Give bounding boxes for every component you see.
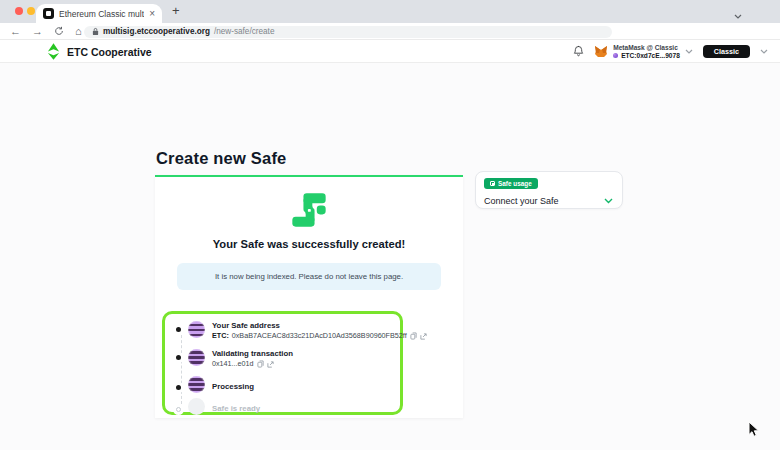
safe-address-identicon bbox=[188, 321, 205, 338]
connect-chevron-down-icon bbox=[604, 198, 613, 204]
step-safe-ready: Safe is ready bbox=[176, 398, 260, 415]
app-header: ETC Cooperative MetaMask @ Classic ETC:0… bbox=[0, 40, 780, 63]
indexing-info-text: It is now being indexed. Please do not l… bbox=[215, 272, 403, 281]
step-title: Processing bbox=[212, 383, 254, 391]
connect-your-safe-dropdown[interactable]: Connect your Safe bbox=[484, 196, 613, 206]
mouse-cursor bbox=[748, 421, 760, 438]
external-link-icon[interactable] bbox=[420, 333, 427, 340]
safe-usage-badge[interactable]: Safe usage bbox=[484, 178, 538, 189]
browser-toolbar: ← → ⌂ multisig.etccooperative.org/new-sa… bbox=[0, 23, 780, 40]
wallet-chevron-down-icon bbox=[685, 49, 693, 55]
safe-address-value: 0xBaB7ACEAC8d33c21DAcD10Ad3568B90960FB52… bbox=[232, 332, 407, 340]
address-bar[interactable]: multisig.etccooperative.org/new-safe/cre… bbox=[84, 26, 612, 38]
reload-button[interactable] bbox=[54, 26, 64, 36]
creation-steps-panel: Your Safe address ETC:0xBaB7ACEAC8d33c21… bbox=[162, 311, 403, 415]
transaction-hash-value: 0x141...e01d bbox=[212, 360, 254, 368]
connect-safe-widget: Safe usage Connect your Safe bbox=[475, 171, 623, 209]
step-title: Validating transaction bbox=[212, 350, 293, 358]
lock-icon bbox=[92, 27, 99, 36]
account-identicon bbox=[613, 53, 618, 58]
pending-identicon bbox=[188, 398, 205, 415]
copy-icon[interactable] bbox=[257, 360, 264, 368]
brand-name: ETC Cooperative bbox=[67, 46, 152, 58]
wallet-provider-label: MetaMask @ Classic bbox=[613, 44, 680, 52]
url-domain: multisig.etccooperative.org bbox=[103, 27, 210, 36]
tab-title: Ethereum Classic multisig – C… bbox=[59, 9, 144, 19]
safe-usage-icon bbox=[490, 181, 495, 186]
connect-label: Connect your Safe bbox=[484, 196, 559, 206]
home-button[interactable]: ⌂ bbox=[75, 26, 82, 37]
notifications-bell-icon[interactable] bbox=[573, 43, 584, 61]
browser-tab[interactable]: Ethereum Classic multisig – C… × bbox=[36, 4, 162, 23]
forward-button[interactable]: → bbox=[32, 26, 43, 37]
new-tab-button[interactable]: + bbox=[172, 4, 180, 17]
browser-tabstrip: Ethereum Classic multisig – C… × + bbox=[0, 0, 780, 23]
minimize-window-button[interactable] bbox=[27, 7, 35, 15]
wallet-chip[interactable]: MetaMask @ Classic ETC:0xd7cE...9078 bbox=[594, 44, 693, 60]
step-done-dot bbox=[176, 355, 181, 360]
success-message: Your Safe was successfully created! bbox=[155, 238, 463, 250]
back-button[interactable]: ← bbox=[10, 26, 21, 37]
processing-identicon bbox=[188, 376, 205, 393]
step-safe-address: Your Safe address ETC:0xBaB7ACEAC8d33c21… bbox=[176, 321, 427, 340]
step-done-dot bbox=[176, 385, 181, 390]
step-title: Safe is ready bbox=[212, 405, 260, 413]
network-chevron-down-icon[interactable] bbox=[760, 49, 768, 55]
brand[interactable]: ETC Cooperative bbox=[47, 40, 152, 63]
safe-creation-card: Your Safe was successfully created! It i… bbox=[155, 175, 463, 418]
copy-icon[interactable] bbox=[410, 332, 417, 340]
step-validating-transaction: Validating transaction 0x141...e01d bbox=[176, 349, 293, 368]
external-link-icon[interactable] bbox=[267, 361, 274, 368]
step-processing: Processing bbox=[176, 376, 254, 393]
step-done-dot bbox=[176, 327, 181, 332]
etc-logo-icon bbox=[47, 43, 60, 60]
url-path: /new-safe/create bbox=[214, 27, 275, 36]
page-title: Create new Safe bbox=[156, 149, 286, 168]
tab-close-icon[interactable]: × bbox=[149, 9, 155, 19]
transaction-identicon bbox=[188, 349, 205, 366]
page-body: Create new Safe Your Safe was successful… bbox=[0, 63, 780, 450]
safe-usage-label: Safe usage bbox=[498, 180, 532, 187]
step-pending-dot bbox=[176, 407, 181, 412]
metamask-fox-icon bbox=[594, 45, 608, 58]
safe-logo-icon bbox=[289, 190, 329, 230]
close-window-button[interactable] bbox=[15, 7, 23, 15]
safe-favicon-icon bbox=[43, 8, 54, 19]
network-selector-button[interactable]: Classic bbox=[703, 45, 750, 58]
indexing-info-banner: It is now being indexed. Please do not l… bbox=[177, 263, 441, 290]
step-title: Your Safe address bbox=[212, 322, 427, 330]
tab-search-chevron-icon[interactable] bbox=[734, 6, 742, 24]
address-prefix: ETC: bbox=[212, 332, 229, 340]
wallet-account-address: ETC:0xd7cE...9078 bbox=[621, 52, 680, 60]
